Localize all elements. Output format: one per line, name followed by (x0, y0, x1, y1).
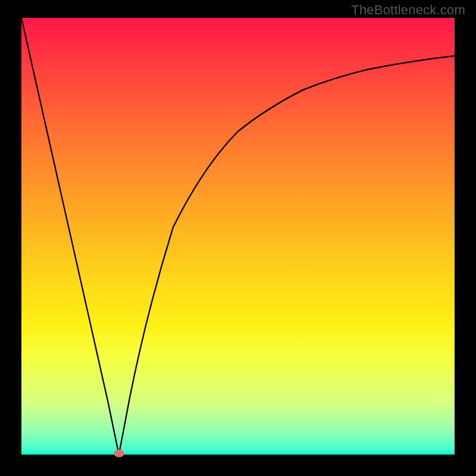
bottleneck-curve (21, 18, 455, 455)
plot-area (21, 18, 455, 455)
watermark-text: TheBottleneck.com (351, 2, 465, 18)
chart-frame: TheBottleneck.com (0, 0, 476, 476)
marker-dot (114, 450, 124, 458)
curve-path (21, 18, 455, 455)
